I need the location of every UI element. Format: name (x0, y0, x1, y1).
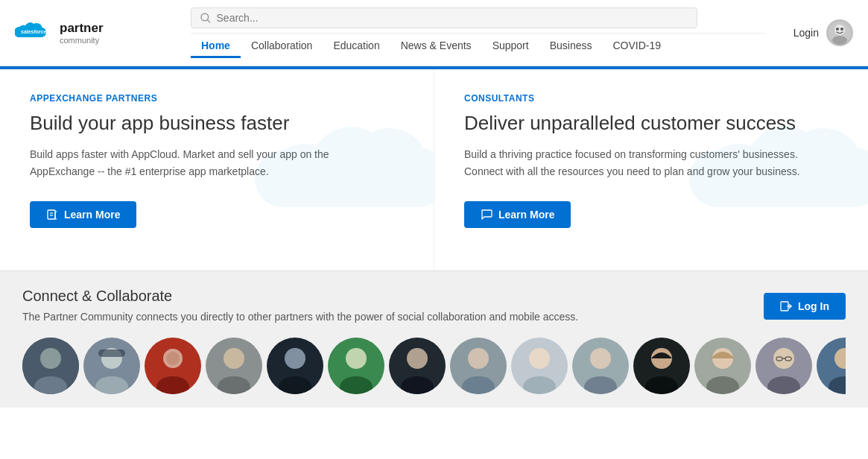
header-right: Login (779, 19, 853, 46)
login-link[interactable]: Login (793, 27, 819, 39)
nav-item-collaboration[interactable]: Collaboration (241, 35, 323, 58)
avatar-6[interactable] (328, 338, 384, 394)
header-center: Home Collaboration Education News & Even… (191, 7, 767, 58)
nav-item-support[interactable]: Support (482, 35, 539, 58)
salesforce-logo: salesforce (15, 19, 54, 46)
book-icon (46, 209, 58, 221)
avatar-1[interactable] (22, 338, 79, 394)
svg-point-31 (285, 348, 305, 369)
log-in-button[interactable]: Log In (764, 293, 846, 320)
svg-point-26 (166, 352, 180, 365)
nav-item-news-events[interactable]: News & Events (390, 35, 482, 58)
appexchange-tag: APPEXCHANGE PARTNERS (30, 93, 404, 104)
consultants-title: Deliver unparalleled customer success (464, 111, 838, 136)
avatar-9[interactable] (511, 338, 568, 394)
main-left-panel: APPEXCHANGE PARTNERS Build your app busi… (0, 69, 434, 270)
svg-point-34 (346, 348, 367, 369)
avatar-13[interactable] (755, 338, 812, 394)
bottom-section: Connect & Collaborate The Partner Commun… (0, 270, 868, 408)
connect-text-area: Connect & Collaborate The Partner Commun… (22, 288, 746, 326)
avatar-8[interactable] (450, 338, 507, 394)
svg-rect-8 (48, 210, 55, 219)
log-in-icon (780, 300, 792, 312)
community-label: community (60, 36, 104, 45)
search-bar (191, 7, 697, 28)
main-content: APPEXCHANGE PARTNERS Build your app busi… (0, 69, 868, 270)
appexchange-description: Build apps faster with AppCloud. Market … (30, 146, 387, 180)
avatar-4[interactable] (206, 338, 262, 394)
search-input[interactable] (217, 12, 688, 24)
nav-item-education[interactable]: Education (323, 35, 390, 58)
avatar-2[interactable] (83, 338, 140, 394)
svg-point-7 (840, 28, 843, 31)
main-right-panel: CONSULTANTS Deliver unparalleled custome… (434, 69, 868, 270)
appexchange-learn-more-button[interactable]: Learn More (30, 201, 136, 228)
chat-icon (481, 209, 492, 221)
svg-point-17 (40, 348, 61, 369)
nav-item-home[interactable]: Home (191, 35, 241, 58)
avatar-7[interactable] (389, 338, 446, 394)
svg-point-6 (836, 28, 839, 31)
avatar-3[interactable] (145, 338, 201, 394)
avatars-row (22, 338, 846, 394)
partner-community-text: partner community (60, 21, 104, 45)
search-icon (200, 13, 211, 23)
bottom-top-row: Connect & Collaborate The Partner Commun… (22, 288, 846, 326)
appexchange-title: Build your app business faster (30, 111, 404, 136)
consultants-description: Build a thriving practice focused on tra… (464, 146, 822, 180)
log-in-label: Log In (798, 300, 829, 312)
svg-line-2 (208, 20, 210, 22)
svg-point-5 (832, 36, 847, 45)
avatar-14[interactable] (817, 338, 846, 394)
consultants-learn-more-button[interactable]: Learn More (464, 201, 571, 228)
svg-point-37 (407, 348, 428, 369)
svg-rect-22 (98, 349, 125, 357)
consultants-learn-more-label: Learn More (498, 209, 554, 221)
nav-item-covid[interactable]: COVID-19 (602, 35, 671, 58)
avatar-12[interactable] (694, 338, 751, 394)
search-container (191, 7, 767, 31)
logo-area: salesforce partner community (15, 19, 179, 46)
avatar-5[interactable] (267, 338, 323, 394)
nav-bar: Home Collaboration Education News & Even… (191, 33, 767, 58)
svg-text:salesforce: salesforce (21, 29, 47, 34)
avatar-11[interactable] (633, 338, 690, 394)
header: salesforce partner community Home Collab… (0, 0, 868, 66)
svg-point-40 (468, 348, 489, 369)
avatar[interactable] (826, 19, 853, 46)
nav-item-business[interactable]: Business (539, 35, 603, 58)
svg-point-43 (529, 348, 550, 369)
avatar-10[interactable] (572, 338, 629, 394)
appexchange-learn-more-label: Learn More (64, 209, 120, 221)
connect-title: Connect & Collaborate (22, 288, 746, 305)
partner-label: partner (60, 21, 104, 36)
svg-point-28 (224, 348, 244, 369)
connect-description: The Partner Community connects you direc… (22, 309, 648, 326)
consultants-tag: CONSULTANTS (464, 93, 838, 104)
svg-point-46 (590, 348, 611, 369)
